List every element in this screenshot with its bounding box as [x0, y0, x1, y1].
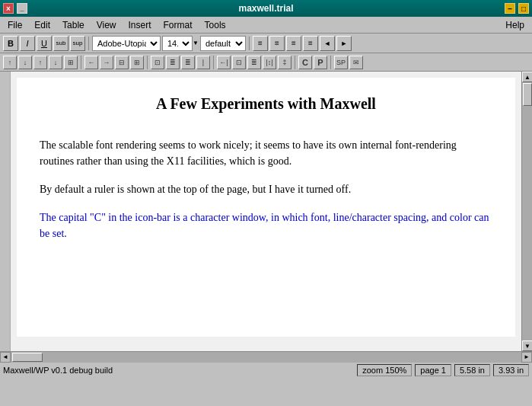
min-button[interactable]: – [505, 3, 515, 14]
indent-left-button[interactable]: ◄ [320, 36, 335, 51]
separator1 [88, 37, 89, 50]
tb2-btn5[interactable]: ⊞ [64, 56, 78, 69]
align-center-icon: ≡ [275, 39, 279, 47]
indent-right-button[interactable]: ► [336, 36, 352, 51]
menu-view[interactable]: View [91, 18, 123, 32]
tb2-btn-c[interactable]: C [298, 56, 312, 69]
menu-help[interactable]: Help [499, 18, 530, 32]
paragraph-2: By default a ruler is shown at the top o… [40, 181, 492, 197]
tb2-sep4 [295, 56, 295, 69]
separator2 [249, 37, 250, 50]
scroll-thumb[interactable] [523, 83, 532, 106]
align-justify-icon: ≡ [308, 39, 313, 47]
status-text: Maxwell/WP v0.1 debug build [3, 366, 354, 375]
size-down-arrow[interactable]: ▼ [193, 40, 199, 46]
tb2-btn-sp[interactable]: SP [334, 56, 348, 69]
page-indicator: page 1 [415, 364, 451, 376]
tb2-btn6[interactable]: ← [84, 56, 98, 69]
toolbar2: ↑ ↓ ↑ ↓ ⊞ ← → ⊟ ⊞ ⊡ ≣ ≣ | ←| ⊡ ≣ |↕| ‡ C… [0, 53, 532, 72]
doc-area: A Few Experiments with Maxwell The scala… [11, 72, 521, 351]
height-indicator: 3.93 in [493, 364, 529, 376]
close-icon: × [6, 5, 11, 13]
align-left-icon: ≡ [258, 39, 263, 47]
tb2-btn3[interactable]: ↑ [33, 56, 47, 69]
close-button[interactable]: × [3, 3, 14, 14]
tb2-btn14[interactable]: ←| [217, 56, 231, 69]
tb2-btn12[interactable]: ≣ [181, 56, 195, 69]
menu-edit[interactable]: Edit [28, 18, 56, 32]
tb2-btn18[interactable]: ‡ [278, 56, 291, 69]
tb2-btn15[interactable]: ⊡ [232, 56, 246, 69]
superscript-button[interactable]: sup [70, 36, 85, 51]
width-indicator: 5.58 in [454, 364, 490, 376]
indent-left-icon: ◄ [323, 40, 330, 47]
left-margin [0, 72, 11, 351]
menu-tools[interactable]: Tools [199, 18, 232, 32]
title-bar: × _ maxwell.trial – □ [0, 0, 532, 17]
tb2-btn2[interactable]: ↓ [18, 56, 32, 69]
scroll-track[interactable] [522, 82, 532, 340]
minimize-button[interactable]: _ [17, 3, 27, 14]
tb2-btn9[interactable]: ⊞ [130, 56, 144, 69]
underline-button[interactable]: U [37, 36, 52, 51]
size-select[interactable]: 14.00 [162, 36, 193, 51]
scroll-right-button[interactable]: ► [521, 352, 532, 363]
toolbar1: B I U sub sup Adobe-Utopia 14.00 ▼ defau… [0, 34, 532, 53]
paragraph-1: The scalable font rendering seems to wor… [40, 137, 492, 169]
menu-insert[interactable]: Insert [123, 18, 158, 32]
subscript-label: sub [56, 40, 66, 46]
max-icon: □ [521, 5, 526, 13]
min-icon: – [508, 5, 512, 13]
up-arrow-icon: ▲ [524, 74, 530, 81]
tb2-btn10[interactable]: ⊡ [151, 56, 164, 69]
tb2-btn17[interactable]: |↕| [263, 56, 276, 69]
main-area: A Few Experiments with Maxwell The scala… [0, 72, 532, 351]
style-select[interactable]: default [200, 36, 246, 51]
window-title: maxwell.trial [238, 3, 293, 14]
max-button[interactable]: □ [518, 3, 529, 14]
tb2-sep5 [330, 56, 331, 69]
font-select[interactable]: Adobe-Utopia [92, 36, 161, 51]
tb2-sep2 [147, 56, 148, 69]
zoom-indicator: zoom 150% [357, 364, 412, 376]
left-arrow-icon: ◄ [2, 353, 8, 360]
tb2-btn-p[interactable]: P [314, 56, 327, 69]
menu-format[interactable]: Format [158, 18, 199, 32]
tb2-btn7[interactable]: → [100, 56, 113, 69]
indent-right-icon: ► [340, 40, 347, 47]
subscript-button[interactable]: sub [53, 36, 68, 51]
align-left-button[interactable]: ≡ [253, 36, 268, 51]
paragraph-3: The capital "C" in the icon-bar is a cha… [40, 209, 492, 241]
align-right-button[interactable]: ≡ [286, 36, 301, 51]
document[interactable]: A Few Experiments with Maxwell The scala… [17, 78, 515, 337]
tb2-btn16[interactable]: ≣ [247, 56, 261, 69]
bold-button[interactable]: B [3, 36, 18, 51]
align-right-icon: ≡ [291, 39, 296, 47]
status-bar: Maxwell/WP v0.1 debug build zoom 150% pa… [0, 362, 532, 377]
hscroll-track[interactable] [11, 352, 521, 363]
scroll-down-button[interactable]: ▼ [522, 340, 532, 351]
superscript-label: sup [73, 40, 83, 46]
tb2-btn13[interactable]: | [196, 56, 210, 69]
italic-button[interactable]: I [20, 36, 35, 51]
menu-file[interactable]: File [2, 18, 28, 32]
scroll-left-button[interactable]: ◄ [0, 352, 11, 363]
tb2-btn11[interactable]: ≣ [166, 56, 180, 69]
title-bar-left: × _ [3, 3, 27, 14]
menu-table[interactable]: Table [56, 18, 91, 32]
hscroll-thumb[interactable] [12, 353, 43, 362]
align-center-button[interactable]: ≡ [269, 36, 285, 51]
tb2-btn-mail[interactable]: ✉ [349, 56, 363, 69]
align-justify-button[interactable]: ≡ [303, 36, 318, 51]
tb2-btn4[interactable]: ↓ [49, 56, 62, 69]
minimize-icon: _ [20, 5, 24, 12]
tb2-sep1 [81, 56, 81, 69]
down-arrow-icon: ▼ [524, 343, 530, 350]
scroll-up-button[interactable]: ▲ [522, 72, 532, 82]
document-title: A Few Experiments with Maxwell [40, 93, 492, 114]
vertical-scrollbar[interactable]: ▲ ▼ [521, 72, 532, 351]
tb2-btn1[interactable]: ↑ [3, 56, 17, 69]
title-bar-right: – □ [505, 3, 529, 14]
horizontal-scrollbar[interactable]: ◄ ► [0, 351, 532, 362]
tb2-btn8[interactable]: ⊟ [115, 56, 129, 69]
